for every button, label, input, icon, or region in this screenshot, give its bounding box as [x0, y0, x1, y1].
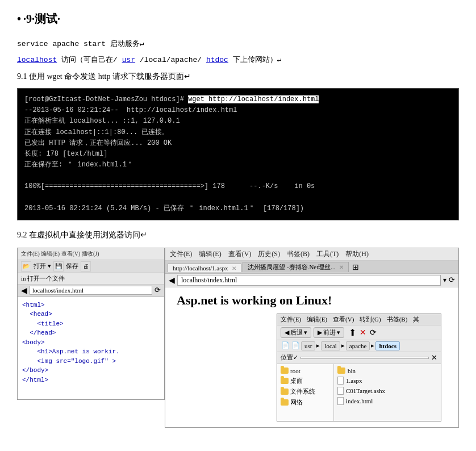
fm-sidebar-desktop-label: 桌面	[290, 377, 303, 385]
save-icon[interactable]: 💾	[53, 261, 64, 272]
folder-icon	[281, 378, 289, 384]
section-title: • ·9·测试·	[17, 11, 459, 27]
right-browser-tabs: http://localhost/1.aspx ✕ 沈州播局愿望 -赛搏容.Ne…	[165, 261, 458, 274]
fm-icon1: 📄	[281, 341, 290, 350]
code-line: <h1>Asp.net is workir.	[22, 347, 160, 357]
terminal-line5: 已发出 HTTP 请求，正在等待回应... 200 OK	[24, 139, 172, 147]
localhost-link[interactable]: localhost	[17, 56, 57, 64]
code-line: <body>	[22, 338, 160, 348]
left-browser-content: <html> <head> <title> </head> <body> <h1…	[18, 297, 164, 399]
fm-file-ashx-label: C01Target.ashx	[346, 387, 385, 394]
fm-menu-view[interactable]: 查看(V)	[333, 315, 354, 324]
fm-sidebar-filesystem[interactable]: 文件系统	[278, 386, 332, 397]
fm-back-label: 后退	[290, 328, 303, 337]
right-reload-btn[interactable]: ⟳	[449, 275, 455, 285]
code-line: </body>	[22, 366, 160, 375]
terminal-line7: 正在保存至: ＂ index.html.1＂	[24, 161, 133, 169]
terminal-line4: 正在连接 localhost|::1|:80... 已连接。	[24, 128, 169, 136]
folder-icon	[281, 368, 289, 374]
htdoc-link[interactable]: htdoc	[206, 56, 228, 64]
fm-back-dropdown[interactable]: ▾	[304, 329, 307, 336]
fm-up-btn[interactable]: ⬆	[349, 327, 356, 338]
code-line: <img src="logo.gif" >	[22, 357, 160, 366]
browser-left: 文件(E) 编辑(E) 查看(V) 插收(J) 📂 打开 ▾ 💾 保存 🖨 in…	[17, 248, 165, 400]
terminal-prompt: [root@GzItcast-DotNet-JamesZou htdocs]#	[24, 95, 188, 103]
open-btn-label[interactable]: 打开 ▾	[34, 262, 51, 270]
menu-bookmarks[interactable]: 书签(B)	[287, 249, 310, 259]
fm-crumb-htdocs[interactable]: htdocs	[375, 341, 400, 350]
fm-file-html[interactable]: index.html	[337, 396, 437, 406]
fm-reload-btn[interactable]: ⟳	[370, 328, 377, 337]
menu-view[interactable]: 查看(V)	[228, 249, 252, 259]
fm-sidebar-root[interactable]: root	[278, 366, 332, 375]
fm-file-ashx[interactable]: C01Target.ashx	[337, 386, 437, 396]
fm-crumb-sep3: ▸	[371, 342, 374, 349]
right-browser-content: Asp.net is working on Linux! 文件(E) 编辑(E)…	[165, 287, 458, 427]
fm-sidebar-filesystem-label: 文件系统	[290, 387, 315, 396]
fm-sidebar-network[interactable]: 网络	[278, 397, 332, 408]
left-reload-btn[interactable]: ⟳	[155, 286, 161, 295]
bullet: •	[17, 12, 21, 26]
page-heading: Asp.net is working on Linux!	[177, 293, 447, 308]
fm-location-bar: 位置✓ ✕	[277, 352, 441, 364]
right-back-btn[interactable]: ◀	[169, 275, 175, 285]
menu-help[interactable]: 帮助(H)	[345, 249, 369, 259]
fm-file-bin-label: bin	[348, 368, 356, 374]
terminal-line6: 长度: 178 [text/html]	[24, 150, 107, 158]
tab-other[interactable]: 沈州播局愿望 -赛搏容.Net理丝... ✕	[243, 262, 349, 272]
fm-back-icon: ◀	[285, 329, 289, 336]
fm-location-close[interactable]: ✕	[431, 353, 437, 362]
fm-file-bin[interactable]: bin	[337, 366, 437, 375]
code-line: <title>	[22, 319, 160, 329]
code-line: </html>	[22, 375, 160, 385]
left-browser-toolbar: 文件(E) 编辑(E) 查看(V) 插收(J)	[18, 248, 164, 260]
file-icon	[337, 377, 344, 385]
fm-crumb-local[interactable]: local	[321, 341, 340, 350]
fm-menu-goto[interactable]: 转到(G)	[360, 315, 381, 324]
fm-icon2: 📄	[291, 341, 300, 350]
code-line: <html>	[22, 300, 160, 310]
open-icon[interactable]: 📂	[21, 261, 31, 272]
fm-menu-edit[interactable]: 编辑(E)	[307, 315, 327, 324]
tab-close-icon[interactable]: ✕	[232, 265, 236, 272]
subsection-9-1: 9.1 使用 wget 命令发送 http 请求下载服务器页面↵	[17, 70, 459, 83]
fm-location-input[interactable]	[300, 357, 429, 359]
intro-block: service apache start 启动服务↵	[17, 38, 459, 51]
fm-file-aspx[interactable]: 1.aspx	[337, 375, 437, 386]
left-url-input[interactable]: localhost/index.html	[30, 286, 152, 295]
fm-menu-more[interactable]: 其	[413, 315, 419, 324]
fm-menu-file[interactable]: 文件(E)	[281, 315, 301, 324]
terminal-block: [root@GzItcast-DotNet-JamesZou htdocs]# …	[17, 88, 459, 220]
left-browser-navrow: in 打开一个文件	[18, 273, 164, 285]
menu-edit[interactable]: 编辑(E)	[199, 249, 221, 259]
fm-forward-dropdown[interactable]: ▾	[337, 329, 340, 336]
tab-localhost-aspx[interactable]: http://localhost/1.aspx ✕	[168, 264, 241, 272]
fm-stop-btn[interactable]: ✕	[360, 328, 366, 337]
subsection-9-2: 9.2 在虚拟机中直接使用浏览器访问↵	[17, 228, 459, 242]
left-tab-open-file[interactable]: in 打开一个文件	[21, 274, 65, 283]
tab2-close-icon[interactable]: ✕	[339, 264, 344, 270]
print-icon[interactable]: 🖨	[81, 261, 91, 272]
menu-file[interactable]: 文件(E)	[170, 249, 192, 259]
tab-add-icon[interactable]: ⊞	[350, 262, 361, 272]
fm-back-btn[interactable]: ◀ 后退 ▾	[281, 327, 311, 338]
folder-icon	[281, 389, 289, 395]
terminal-saved: 2013-05-16 02:21:24 (5.24 MB/s) - 已保存 ＂ …	[24, 204, 304, 212]
intro-line2: localhost 访问（可自己在/ usr /local/apache/ ht…	[17, 54, 459, 66]
terminal-line3: 正在解析主机 localhost... ::1, 127.0.0.1	[24, 117, 180, 125]
code-line: <head>	[22, 310, 160, 319]
browsers-area: 文件(E) 编辑(E) 查看(V) 插收(J) 📂 打开 ▾ 💾 保存 🖨 in…	[17, 248, 459, 428]
fm-menu-bookmarks[interactable]: 书签(B)	[387, 315, 408, 324]
menu-history[interactable]: 历史(S)	[258, 249, 280, 259]
fm-crumb-apache[interactable]: apache	[346, 341, 370, 350]
right-url-input[interactable]: localhost/index.html	[177, 275, 441, 286]
save-btn-label: 保存	[66, 262, 78, 270]
left-url-bar: ◀ localhost/index.html ⟳	[18, 285, 164, 297]
fm-crumb-usr[interactable]: usr	[301, 341, 315, 350]
usr-link[interactable]: usr	[122, 56, 135, 64]
right-dropdown-icon[interactable]: ▾	[443, 276, 446, 285]
fm-forward-btn[interactable]: ▶ 前进 ▾	[314, 327, 344, 338]
left-back-btn[interactable]: ◀	[21, 286, 27, 295]
fm-sidebar-desktop[interactable]: 桌面	[278, 375, 332, 386]
menu-tools[interactable]: 工具(T)	[316, 249, 339, 259]
